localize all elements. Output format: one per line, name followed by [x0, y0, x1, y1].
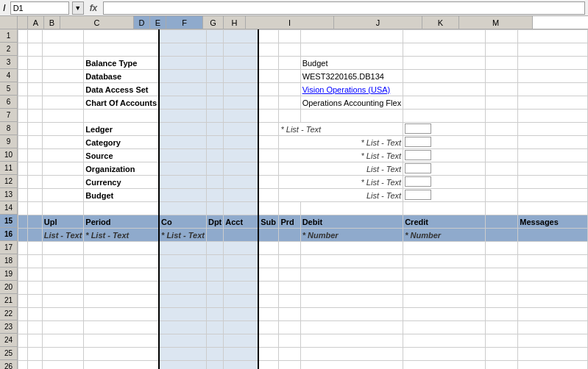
cell-r6-K: [485, 96, 517, 110]
cell-r22-H: [279, 308, 300, 321]
cell-r22-J: [403, 308, 486, 321]
cell-r13-C-budget: Budget: [84, 189, 159, 202]
cell-r15-Credit: Credit: [403, 215, 486, 229]
cell-r24-K: [485, 334, 517, 348]
cell-r4-B: [42, 70, 84, 83]
cell-r14-H: [279, 202, 300, 215]
col-header-K[interactable]: K: [422, 16, 459, 29]
cell-r13-J: [403, 189, 486, 202]
cell-r18-C: [84, 255, 159, 268]
col-header-D[interactable]: D: [134, 16, 150, 29]
cell-r3-D: [159, 57, 206, 70]
cell-r8-G: [258, 123, 279, 136]
col-header-B[interactable]: B: [44, 16, 60, 29]
cell-r12-M: [518, 176, 588, 189]
cell-r1-M: [518, 30, 588, 43]
cell-r23-F: [224, 321, 258, 334]
cell-r2-C: [84, 43, 159, 57]
cell-r20-indicator: [18, 282, 28, 295]
cell-r25-J: [403, 348, 486, 361]
cell-r8-B: [42, 123, 84, 136]
cell-r19-I: [300, 268, 403, 282]
cell-r1-D[interactable]: [159, 30, 206, 43]
table-row: [18, 321, 588, 334]
row-num-21: 21: [0, 294, 17, 307]
cell-r19-indicator: [18, 268, 28, 282]
cell-r24-B: [42, 334, 84, 348]
cell-r1-J: [403, 30, 486, 43]
cell-r4-K: [485, 70, 517, 83]
cell-r19-E: [206, 268, 223, 282]
col-header-I[interactable]: I: [246, 16, 334, 29]
col-header-A[interactable]: A: [28, 16, 44, 29]
cell-r26-G: [258, 361, 279, 370]
cell-r12-D: [159, 176, 206, 189]
cell-r23-M: [518, 321, 588, 334]
name-box[interactable]: [10, 1, 69, 15]
cell-r5-I: Vision Operations (USA): [300, 83, 403, 96]
cell-r18-M: [518, 255, 588, 268]
cell-r20-B: [42, 282, 84, 295]
cell-r14-M: [518, 202, 588, 215]
cell-r20-K: [485, 282, 517, 295]
cell-r15-Co: Co: [159, 215, 206, 229]
column-headers: A B C D E F G H I J K M: [0, 16, 588, 29]
col-header-J[interactable]: J: [334, 16, 422, 29]
cell-r9-D: [159, 136, 206, 149]
col-header-M[interactable]: M: [459, 16, 533, 29]
cell-r25-K: [485, 348, 517, 361]
cell-r12-J: [403, 176, 486, 189]
cell-r25-H: [279, 348, 300, 361]
cell-r10-D: [159, 149, 206, 162]
cell-r11-K: [485, 162, 517, 176]
table-row-data-header: List - Text * List - Text * List - Text …: [18, 229, 588, 242]
col-header-E[interactable]: E: [150, 16, 166, 29]
cell-r15-Messages: Messages: [518, 215, 588, 229]
cell-r12-E: [206, 176, 223, 189]
cell-r10-indicator: [18, 149, 28, 162]
col-header-C[interactable]: C: [60, 16, 134, 29]
cell-r10-M: [518, 149, 588, 162]
dropdown-arrow[interactable]: ▼: [72, 1, 84, 15]
corner-cell: [0, 16, 18, 29]
cell-r21-indicator: [18, 295, 28, 308]
cell-r13-K: [485, 189, 517, 202]
cell-r20-M: [518, 282, 588, 295]
cell-r11-B: [42, 162, 84, 176]
cursor-icon: I: [3, 2, 6, 13]
col-header-H[interactable]: H: [224, 16, 246, 29]
cell-r8-C-label: Ledger: [84, 123, 159, 136]
cell-r16-G: [258, 229, 279, 242]
cell-r9-B: [42, 136, 84, 149]
cell-r1-G: [258, 30, 279, 43]
cell-r21-E: [206, 295, 223, 308]
cell-r14-B: [42, 202, 84, 215]
cell-r25-E: [206, 348, 223, 361]
col-header-F[interactable]: F: [166, 16, 203, 29]
cell-r7-M: [518, 110, 588, 123]
cell-r19-A: [27, 268, 42, 282]
cell-r22-K: [485, 308, 517, 321]
cell-r17-I: [300, 242, 403, 255]
row-num-17: 17: [0, 241, 17, 254]
col-header-G[interactable]: G: [203, 16, 224, 29]
cell-r15-Acct: Acct: [224, 215, 258, 229]
table-row: Budget List - Text: [18, 189, 588, 202]
table-row: [18, 30, 588, 43]
cell-r14-I: [300, 202, 403, 215]
cell-r21-H: [279, 295, 300, 308]
row-num-24: 24: [0, 334, 17, 347]
cell-r3-F: [224, 57, 258, 70]
cell-r4-M: [518, 70, 588, 83]
cell-r5-M: [518, 83, 588, 96]
cell-r10-G: [258, 149, 279, 162]
table-row: Category * List - Text: [18, 136, 588, 149]
formula-input[interactable]: [103, 1, 585, 15]
cell-r23-A: [27, 321, 42, 334]
cell-r21-M: [518, 295, 588, 308]
cell-r24-H: [279, 334, 300, 348]
cell-r20-J: [403, 282, 486, 295]
cell-r24-I: [300, 334, 403, 348]
cell-r3-J: [403, 57, 486, 70]
cell-r3-B: [42, 57, 84, 70]
